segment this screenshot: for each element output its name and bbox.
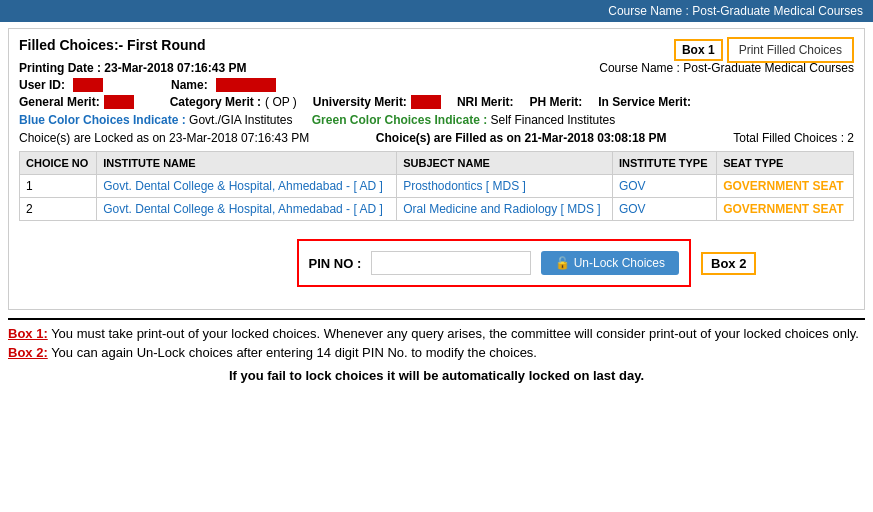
merit-row: General Merit: Category Merit : ( OP ) U… [19,95,854,109]
box1-note-text: You must take print-out of your locked c… [51,326,859,341]
name-label: Name: [171,78,208,92]
cell-institute-type: GOV [612,175,716,198]
main-panel: Box 1 Print Filled Choices Filled Choice… [8,28,865,310]
lock-icon: 🔓 [555,256,570,270]
printing-date: Printing Date : 23-Mar-2018 07:16:43 PM [19,61,246,75]
general-merit-label: General Merit: [19,95,100,109]
col-institute-name: INSTITUTE NAME [97,152,397,175]
box1-ref: Box 1: [8,326,48,341]
course-name-info: Course Name : Post-Graduate Medical Cour… [599,61,854,75]
box2-label: Box 2 [701,252,756,275]
blue-legend-label: Blue Color Choices Indicate : [19,113,186,127]
cell-seat-type: GOVERNMENT SEAT [717,198,854,221]
col-subject-name: SUBJECT NAME [397,152,613,175]
blue-legend-desc: Govt./GIA Institutes [189,113,292,127]
cell-subject-name: Prosthodontics [ MDS ] [397,175,613,198]
nri-merit-label: NRI Merit: [457,95,514,109]
col-seat-type: SEAT TYPE [717,152,854,175]
print-btn-area: Box 1 Print Filled Choices [674,37,854,63]
printing-date-row: Printing Date : 23-Mar-2018 07:16:43 PM … [19,61,854,75]
cell-choice-no: 1 [20,175,97,198]
cell-subject-name: Oral Medicine and Radiology [ MDS ] [397,198,613,221]
cell-institute-name: Govt. Dental College & Hospital, Ahmedab… [97,198,397,221]
cell-institute-name: Govt. Dental College & Hospital, Ahmedab… [97,175,397,198]
unlock-btn-label: Un-Lock Choices [574,256,665,270]
box1-label: Box 1 [674,39,723,61]
total-filled: Total Filled Choices : 2 [733,131,854,145]
category-merit-label: Category Merit : [170,95,261,109]
green-legend-label: Green Color Choices Indicate : [312,113,487,127]
name-value-redacted [216,78,276,92]
userid-label: User ID: [19,78,65,92]
pin-label: PIN NO : [309,256,362,271]
cell-seat-type: GOVERNMENT SEAT [717,175,854,198]
in-service-merit-label: In Service Merit: [598,95,691,109]
university-merit-label: University Merit: [313,95,407,109]
table-row: 2Govt. Dental College & Hospital, Ahmeda… [20,198,854,221]
pin-outer: PIN NO : 🔓 Un-Lock Choices Box 2 [19,231,854,295]
box2-ref: Box 2: [8,345,48,360]
pin-input[interactable] [371,251,531,275]
below-section: Box 1: You must take print-out of your l… [8,318,865,383]
choices-table: Choice No INSTITUTE NAME SUBJECT NAME IN… [19,151,854,221]
col-institute-type: INSTITUTE TYPE [612,152,716,175]
cell-choice-no: 2 [20,198,97,221]
course-name-top: Course Name : Post-Graduate Medical Cour… [608,4,863,18]
top-bar: Course Name : Post-Graduate Medical Cour… [0,0,873,22]
green-legend-desc: Self Financed Institutes [491,113,616,127]
print-filled-choices-button[interactable]: Print Filled Choices [727,37,854,63]
category-merit-value: ( OP ) [265,95,297,109]
locked-info-row: Choice(s) are Locked as on 23-Mar-2018 0… [19,131,854,145]
locked-text: Choice(s) are Locked as on 23-Mar-2018 0… [19,131,309,145]
userid-name-row: User ID: Name: [19,78,854,92]
color-legend: Blue Color Choices Indicate : Govt./GIA … [19,113,854,127]
table-header-row: Choice No INSTITUTE NAME SUBJECT NAME IN… [20,152,854,175]
box2-note: Box 2: You can again Un-Lock choices aft… [8,345,865,360]
box1-note: Box 1: You must take print-out of your l… [8,326,865,341]
pin-section: PIN NO : 🔓 Un-Lock Choices [297,239,691,287]
general-merit-value [104,95,134,109]
unlock-choices-button[interactable]: 🔓 Un-Lock Choices [541,251,679,275]
box2-note-text: You can again Un-Lock choices after ente… [51,345,537,360]
ph-merit-label: PH Merit: [530,95,583,109]
table-row: 1Govt. Dental College & Hospital, Ahmeda… [20,175,854,198]
userid-value-redacted [73,78,103,92]
bold-warning: If you fail to lock choices it will be a… [8,368,865,383]
col-choice-no: Choice No [20,152,97,175]
filled-text: Choice(s) are Filled as on 21-Mar-2018 0… [376,131,667,145]
cell-institute-type: GOV [612,198,716,221]
divider [8,318,865,320]
university-merit-value [411,95,441,109]
